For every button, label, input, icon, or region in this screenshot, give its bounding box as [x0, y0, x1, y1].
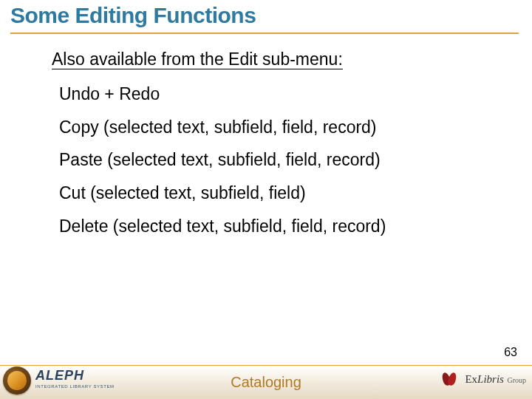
exlibris-libris: Libris — [477, 373, 504, 385]
page-number: 63 — [504, 346, 517, 359]
footer: ALEPH INTEGRATED LIBRARY SYSTEM Catalogi… — [0, 365, 532, 399]
exlibris-group: Group — [505, 376, 526, 384]
intro-pre: Also available from the — [52, 50, 228, 69]
list-item: Cut (selected text, subfield, field) — [59, 183, 502, 204]
title-underline — [10, 33, 519, 34]
slide: Some Editing Functions Also available fr… — [0, 0, 532, 399]
list-item: Copy (selected text, subfield, field, re… — [59, 117, 502, 138]
list-item: Paste (selected text, subfield, field, r… — [59, 149, 502, 171]
exlibris-logo: ExLibris Group — [415, 371, 526, 393]
function-list: Undo + Redo Copy (selected text, subfiel… — [52, 83, 502, 237]
exlibris-ex: Ex — [465, 373, 477, 385]
intro-edit: Edit — [228, 50, 258, 69]
intro-line: Also available from the Edit sub-menu: — [52, 49, 502, 70]
list-item: Undo + Redo — [59, 83, 502, 105]
intro-post: sub-menu: — [258, 50, 343, 69]
list-item: Delete (selected text, subfield, field, … — [59, 216, 502, 237]
exlibris-text: ExLibris Group — [465, 373, 526, 386]
slide-body: Also available from the Edit sub-menu: U… — [52, 49, 502, 249]
slide-title: Some Editing Functions — [10, 3, 256, 28]
exlibris-mark-icon — [441, 371, 459, 387]
